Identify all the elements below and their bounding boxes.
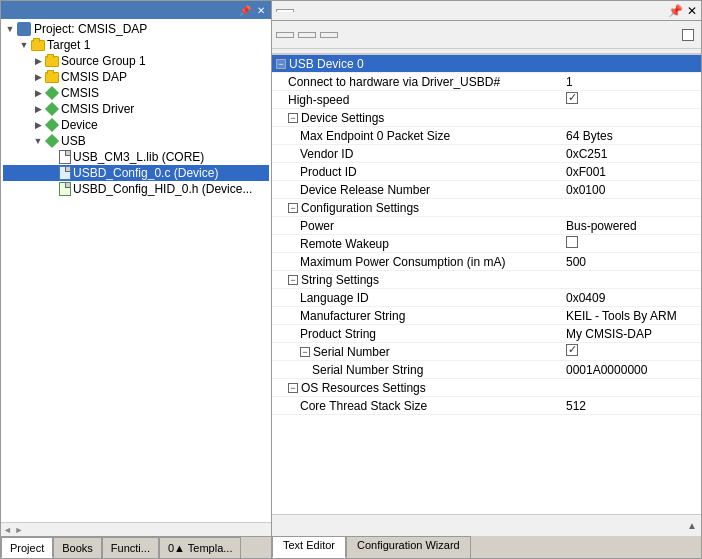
- bottom-tab-1[interactable]: Configuration Wizard: [346, 536, 471, 558]
- project-panel: 📌 ✕ ▼Project: CMSIS_DAP▼Target 1▶Source …: [0, 0, 272, 559]
- bottom-tab-0[interactable]: Text Editor: [272, 536, 346, 558]
- row-label: USB Device 0: [289, 57, 364, 71]
- config-row-2[interactable]: High-speed✓: [272, 91, 701, 109]
- row-label: Power: [300, 219, 334, 233]
- value-cell: 512: [562, 398, 701, 414]
- option-cell: Language ID: [272, 290, 562, 306]
- expand-icon-project[interactable]: ▼: [3, 22, 17, 36]
- row-label: Serial Number String: [312, 363, 423, 377]
- right-titlebar: 📌 ✕: [272, 1, 701, 21]
- config-row-6[interactable]: Product ID0xF001: [272, 163, 701, 181]
- row-label: Maximum Power Consumption (in mA): [300, 255, 505, 269]
- expand-icon-cmsis-dap[interactable]: ▶: [31, 70, 45, 84]
- config-row-12[interactable]: −String Settings: [272, 271, 701, 289]
- pin-button[interactable]: 📌: [237, 5, 253, 16]
- config-row-7[interactable]: Device Release Number0x0100: [272, 181, 701, 199]
- config-row-16[interactable]: −Serial Number✓: [272, 343, 701, 361]
- panel-tabs: ProjectBooksFuncti...0▲ Templa...: [1, 536, 271, 558]
- option-cell: −Device Settings: [272, 110, 562, 126]
- tree-item-cmsis[interactable]: ▶CMSIS: [3, 85, 269, 101]
- collapse-all-button[interactable]: [298, 32, 316, 38]
- row-label: Device Release Number: [300, 183, 430, 197]
- config-row-15[interactable]: Product StringMy CMSIS-DAP: [272, 325, 701, 343]
- value-cell: 500: [562, 254, 701, 270]
- file-h-icon: [59, 182, 71, 196]
- show-grid-checkbox[interactable]: [682, 29, 694, 41]
- config-row-3[interactable]: −Device Settings: [272, 109, 701, 127]
- left-panel-tab-0[interactable]: Project: [1, 537, 53, 558]
- tree-item-project[interactable]: ▼Project: CMSIS_DAP: [3, 21, 269, 37]
- value-cell: [562, 207, 701, 209]
- left-panel-tab-3[interactable]: 0▲ Templa...: [159, 537, 242, 558]
- show-grid-area: [682, 29, 697, 41]
- expand-icon-cmsis[interactable]: ▶: [31, 86, 45, 100]
- option-cell: Connect to hardware via Driver_USBD#: [272, 74, 562, 90]
- config-row-13[interactable]: Language ID0x0409: [272, 289, 701, 307]
- config-row-8[interactable]: −Configuration Settings: [272, 199, 701, 217]
- row-label: Remote Wakeup: [300, 237, 389, 251]
- row-label: Manufacturer String: [300, 309, 405, 323]
- row-label: High-speed: [288, 93, 349, 107]
- option-cell: Core Thread Stack Size: [272, 398, 562, 414]
- row-label: Device Settings: [301, 111, 384, 125]
- scroll-up-button[interactable]: ▲: [687, 520, 697, 531]
- config-row-19[interactable]: Core Thread Stack Size512: [272, 397, 701, 415]
- tree-item-label: CMSIS: [61, 86, 99, 100]
- help-button[interactable]: [320, 32, 338, 38]
- tree-item-usb-cm3[interactable]: USB_CM3_L.lib (CORE): [3, 149, 269, 165]
- value-cell: 0xF001: [562, 164, 701, 180]
- tree-item-label: Source Group 1: [61, 54, 146, 68]
- value-cell: 0xC251: [562, 146, 701, 162]
- tree-item-cmsis-dap[interactable]: ▶CMSIS DAP: [3, 69, 269, 85]
- tree-item-sourcegroup1[interactable]: ▶Source Group 1: [3, 53, 269, 69]
- config-row-17[interactable]: Serial Number String0001A0000000: [272, 361, 701, 379]
- tree-item-cmsis-driver[interactable]: ▶CMSIS Driver: [3, 101, 269, 117]
- tree-item-target1[interactable]: ▼Target 1: [3, 37, 269, 53]
- config-row-1[interactable]: Connect to hardware via Driver_USBD#1: [272, 73, 701, 91]
- config-row-18[interactable]: −OS Resources Settings: [272, 379, 701, 397]
- expand-icon-target1[interactable]: ▼: [17, 38, 31, 52]
- value-cell: ✓: [562, 91, 701, 108]
- checkbox-checked-icon[interactable]: ✓: [566, 344, 578, 356]
- checkbox-checked-icon[interactable]: ✓: [566, 92, 578, 104]
- value-cell: [562, 387, 701, 389]
- expand-icon-cmsis-driver[interactable]: ▶: [31, 102, 45, 116]
- collapse-section-button[interactable]: −: [300, 347, 310, 357]
- config-row-0[interactable]: −USB Device 0: [272, 55, 701, 73]
- config-row-9[interactable]: PowerBus-powered: [272, 217, 701, 235]
- expand-icon-usb[interactable]: ▼: [31, 134, 45, 148]
- tree-item-usb[interactable]: ▼USB: [3, 133, 269, 149]
- config-panel: 📌 ✕ −USB Device 0Connect to hardware via…: [272, 0, 702, 559]
- value-cell: 1: [562, 74, 701, 90]
- left-panel-tab-2[interactable]: Functi...: [102, 537, 159, 558]
- config-row-5[interactable]: Vendor ID0xC251: [272, 145, 701, 163]
- value-cell: 64 Bytes: [562, 128, 701, 144]
- horizontal-scrollbar[interactable]: ◄ ►: [1, 522, 271, 536]
- row-label: Product ID: [300, 165, 357, 179]
- checkbox-unchecked-icon[interactable]: [566, 236, 578, 248]
- config-row-11[interactable]: Maximum Power Consumption (in mA)500: [272, 253, 701, 271]
- config-row-4[interactable]: Max Endpoint 0 Packet Size64 Bytes: [272, 127, 701, 145]
- close-right-button[interactable]: ✕: [687, 4, 697, 18]
- row-label: String Settings: [301, 273, 379, 287]
- collapse-section-button[interactable]: −: [288, 383, 298, 393]
- pin-right-button[interactable]: 📌: [668, 4, 683, 18]
- collapse-section-button[interactable]: −: [288, 113, 298, 123]
- close-panel-button[interactable]: ✕: [255, 5, 267, 16]
- option-cell: Product ID: [272, 164, 562, 180]
- expand-all-button[interactable]: [276, 32, 294, 38]
- diamond-icon: [45, 86, 59, 100]
- file-tab[interactable]: [276, 9, 294, 12]
- expand-icon-device[interactable]: ▶: [31, 118, 45, 132]
- tree-item-usbd-config0[interactable]: USBD_Config_0.c (Device): [3, 165, 269, 181]
- expand-icon-sourcegroup1[interactable]: ▶: [31, 54, 45, 68]
- config-row-14[interactable]: Manufacturer StringKEIL - Tools By ARM: [272, 307, 701, 325]
- tree-item-label: Device: [61, 118, 98, 132]
- config-row-10[interactable]: Remote Wakeup: [272, 235, 701, 253]
- tree-item-device[interactable]: ▶Device: [3, 117, 269, 133]
- left-panel-tab-1[interactable]: Books: [53, 537, 102, 558]
- collapse-section-button[interactable]: −: [288, 203, 298, 213]
- collapse-section-button[interactable]: −: [288, 275, 298, 285]
- tree-item-usbd-hid0[interactable]: USBD_Config_HID_0.h (Device...: [3, 181, 269, 197]
- collapse-section-button[interactable]: −: [276, 59, 286, 69]
